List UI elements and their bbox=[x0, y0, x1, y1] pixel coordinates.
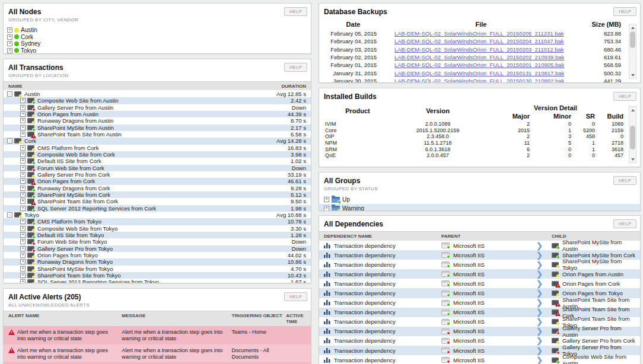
backup-file-link[interactable]: LAB-DEM-SQL-02_SolarWindsOrion_FULL_2015… bbox=[394, 62, 564, 68]
transaction-row[interactable]: SQL Server 2012 Reporting Services from … bbox=[4, 205, 311, 212]
transaction-row[interactable]: Forum Web Site from Tokyo Down bbox=[4, 238, 311, 245]
transaction-row[interactable]: Orion Pages from Austin 44.39 s bbox=[4, 111, 311, 117]
expand-icon[interactable] bbox=[20, 98, 26, 103]
scrollbar[interactable] bbox=[629, 24, 636, 79]
expand-icon[interactable] bbox=[20, 186, 26, 191]
group-row[interactable]: Warning bbox=[319, 204, 640, 211]
expand-icon[interactable] bbox=[7, 27, 12, 33]
dependency-row[interactable]: Transaction dependency Microsoft IIS Sha… bbox=[319, 260, 640, 269]
expand-icon[interactable] bbox=[7, 91, 12, 97]
transaction-row[interactable]: Composite Web Site from Austin 2.42 s bbox=[4, 97, 311, 104]
expand-icon[interactable] bbox=[20, 152, 26, 157]
transaction-row[interactable]: SQL Server 2012 Reporting Services from … bbox=[4, 279, 311, 283]
transaction-row[interactable]: SharePoint Team Site from Tokyo 10.43 s bbox=[4, 272, 311, 279]
help-button[interactable]: HELP bbox=[284, 292, 307, 301]
scroll-up-icon[interactable] bbox=[629, 24, 636, 31]
backup-file-link[interactable]: LAB-DEM-SQL-02_SolarWindsOrion_FULL_2015… bbox=[394, 30, 564, 37]
dependency-row[interactable]: Transaction dependency Microsoft IIS Sha… bbox=[319, 241, 640, 250]
transaction-row[interactable]: SharePoint MySite from Austin 2.17 s bbox=[4, 124, 311, 131]
expand-icon[interactable] bbox=[20, 172, 26, 177]
scroll-down-icon[interactable] bbox=[629, 72, 636, 78]
help-button[interactable]: HELP bbox=[284, 7, 307, 16]
scrollbar[interactable] bbox=[629, 106, 636, 163]
transaction-row[interactable]: Tokyo Avg 10.88 s bbox=[4, 212, 311, 218]
node-group-row[interactable]: Sydney bbox=[7, 40, 307, 47]
expand-icon[interactable] bbox=[20, 132, 26, 137]
expand-icon[interactable] bbox=[20, 125, 26, 130]
expand-icon[interactable] bbox=[20, 279, 26, 283]
expand-icon[interactable] bbox=[20, 232, 26, 238]
expand-icon[interactable] bbox=[7, 138, 12, 143]
transaction-row[interactable]: Orion Pages from Cork 46.61 s bbox=[4, 178, 311, 184]
help-button[interactable]: HELP bbox=[284, 63, 307, 72]
expand-icon[interactable] bbox=[20, 259, 26, 264]
transaction-row[interactable]: SharePoint Team Site from Austin 6.58 s bbox=[4, 131, 311, 138]
help-button[interactable]: HELP bbox=[613, 92, 636, 101]
transaction-row[interactable]: Gallery Server Pro from Cork 33.19 s bbox=[4, 171, 311, 178]
expand-icon[interactable] bbox=[20, 246, 26, 251]
backup-file-link[interactable]: LAB-DEM-SQL-02_SolarWindsOrion_FULL_2015… bbox=[394, 70, 564, 76]
scrollbar-thumb[interactable] bbox=[630, 31, 635, 48]
transaction-row[interactable]: Composite Web Site from Tokyo 3.30 s bbox=[4, 225, 311, 232]
node-group-row[interactable]: Cork bbox=[7, 34, 307, 41]
dependency-row[interactable]: Transaction dependency Microsoft IIS Gal… bbox=[319, 327, 640, 336]
expand-icon[interactable] bbox=[20, 206, 26, 211]
expand-icon[interactable] bbox=[324, 197, 329, 202]
transaction-row[interactable]: Default IIS Site from Tokyo 1.28 s bbox=[4, 232, 311, 238]
expand-icon[interactable] bbox=[20, 178, 26, 184]
transaction-row[interactable]: SharePoint Team Site from Cork 9.50 s bbox=[4, 198, 311, 205]
transaction-row[interactable]: CMS Platform from Cork 16.83 s bbox=[4, 145, 311, 151]
backup-file-link[interactable]: LAB-DEM-SQL-02_SolarWindsOrion_FULL_2015… bbox=[394, 38, 564, 44]
scroll-down-icon[interactable] bbox=[629, 156, 636, 162]
transaction-row[interactable]: SharePoint MySite from Cork 6.12 s bbox=[4, 191, 311, 198]
help-button[interactable]: HELP bbox=[613, 7, 636, 16]
expand-icon[interactable] bbox=[20, 219, 26, 224]
expand-icon[interactable] bbox=[20, 158, 26, 164]
expand-icon[interactable] bbox=[20, 145, 26, 151]
expand-icon[interactable] bbox=[7, 34, 12, 40]
backup-file-link[interactable]: LAB-DEM-SQL-02_SolarWindsOrion_FULL_2015… bbox=[394, 54, 564, 60]
transaction-row[interactable]: Default IIS Site from Cork 1.02 s bbox=[4, 158, 311, 164]
alert-row[interactable]: Alert me when a transaction step goes in… bbox=[4, 344, 311, 363]
group-row[interactable]: Up bbox=[319, 195, 640, 204]
expand-icon[interactable] bbox=[324, 206, 329, 211]
dependency-row[interactable]: Transaction dependency Microsoft IIS Ori… bbox=[319, 269, 640, 279]
node-group-row[interactable]: Tokyo bbox=[7, 47, 307, 55]
scrollbar-thumb[interactable] bbox=[630, 126, 635, 149]
backup-file-link[interactable]: LAB-DEM-SQL-02_SolarWindsOrion_FULL_2015… bbox=[394, 78, 564, 83]
alert-row[interactable]: Alert me when a transaction step goes in… bbox=[4, 326, 311, 344]
expand-icon[interactable] bbox=[20, 239, 26, 244]
transaction-row[interactable]: SharePoint MySite from Tokyo 4.70 s bbox=[4, 266, 311, 272]
transaction-row[interactable]: Runaway Dragons from Tokyo 10.86 s bbox=[4, 258, 311, 265]
transaction-row[interactable]: Cork Avg 14.28 s bbox=[4, 138, 311, 144]
expand-icon[interactable] bbox=[20, 165, 26, 171]
expand-icon[interactable] bbox=[20, 253, 26, 258]
dependency-row[interactable]: Transaction dependency Microsoft IIS Ori… bbox=[319, 279, 640, 288]
transaction-row[interactable]: Austin Avg 12.85 s bbox=[4, 91, 311, 97]
transaction-row[interactable]: Gallery Server Pro from Austin Down bbox=[4, 104, 311, 111]
expand-icon[interactable] bbox=[20, 199, 26, 204]
expand-icon[interactable] bbox=[20, 273, 26, 278]
expand-icon[interactable] bbox=[20, 111, 26, 117]
expand-icon[interactable] bbox=[20, 192, 26, 197]
transaction-row[interactable]: Orion Pages from Tokyo 44.02 s bbox=[4, 252, 311, 258]
node-group-row[interactable]: Austin bbox=[7, 27, 307, 34]
transaction-row[interactable]: Runaway Dragons from Cork 9.28 s bbox=[4, 185, 311, 191]
help-button[interactable]: HELP bbox=[613, 219, 636, 228]
expand-icon[interactable] bbox=[20, 105, 26, 110]
scroll-up-icon[interactable] bbox=[629, 107, 636, 113]
transaction-row[interactable]: Gallery Server Pro from Tokyo Down bbox=[4, 245, 311, 252]
transaction-row[interactable]: CMS Platform from Tokyo 10.78 s bbox=[4, 218, 311, 225]
backup-file-link[interactable]: LAB-DEM-SQL-02_SolarWindsOrion_FULL_2015… bbox=[394, 46, 564, 53]
transaction-row[interactable]: Forum Web Site from Cork Down bbox=[4, 165, 311, 171]
expand-icon[interactable] bbox=[7, 212, 12, 218]
transaction-row[interactable]: Runaway Dragons from Austin 8.70 s bbox=[4, 117, 311, 124]
transaction-duration: 1.28 s bbox=[291, 232, 306, 238]
expand-icon[interactable] bbox=[20, 266, 26, 272]
expand-icon[interactable] bbox=[7, 41, 12, 46]
transaction-row[interactable]: Composite Web Site from Cork 3.98 s bbox=[4, 151, 311, 158]
help-button[interactable]: HELP bbox=[613, 176, 636, 185]
expand-icon[interactable] bbox=[7, 48, 12, 53]
expand-icon[interactable] bbox=[20, 118, 26, 123]
expand-icon[interactable] bbox=[20, 226, 26, 231]
